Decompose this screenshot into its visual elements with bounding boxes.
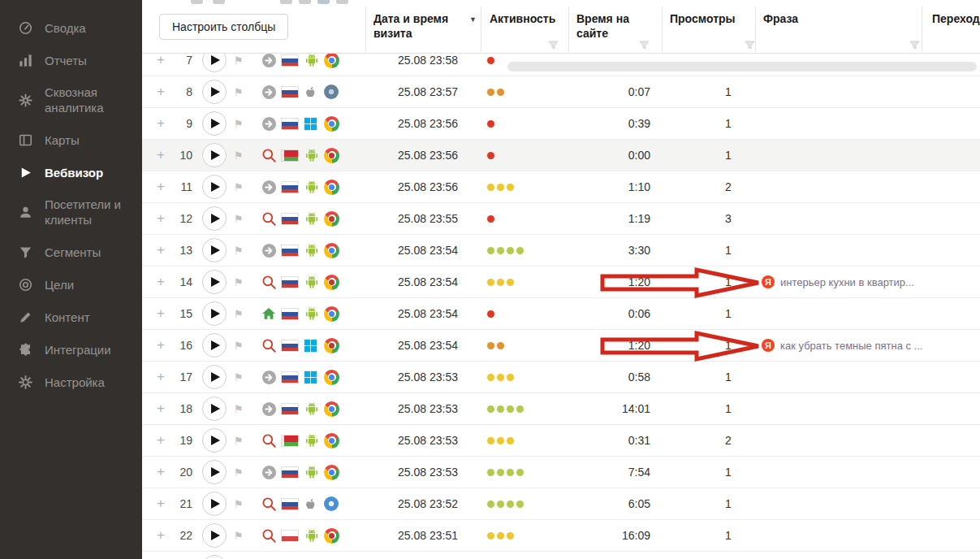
play-visit-button[interactable]: [202, 80, 227, 104]
sidebar-item-settings[interactable]: Настройка: [0, 366, 142, 398]
sidebar-item-integrations[interactable]: Интеграции: [0, 333, 142, 366]
expand-row-button[interactable]: +: [157, 266, 165, 297]
expand-row-button[interactable]: +: [157, 298, 165, 329]
play-visit-button[interactable]: [202, 523, 227, 548]
flag-marker-icon[interactable]: ⚑: [234, 54, 244, 76]
expand-row-button[interactable]: +: [157, 108, 165, 139]
filter-funnel-icon[interactable]: [745, 41, 755, 50]
search-phrase-link[interactable]: интерьер кухни в квартир...: [780, 276, 914, 288]
table-row[interactable]: +17⚑25.08 23:530:581: [142, 362, 980, 393]
expand-row-button[interactable]: +: [157, 235, 165, 266]
expand-row-button[interactable]: +: [157, 425, 165, 456]
sidebar-item-goals[interactable]: Цели: [0, 268, 142, 301]
play-visit-button[interactable]: [202, 270, 227, 294]
play-visit-button[interactable]: [202, 238, 227, 262]
table-row[interactable]: +9⚑25.08 23:560:391: [142, 108, 980, 140]
column-header-activity[interactable]: Активность: [490, 11, 563, 26]
table-row[interactable]: [142, 552, 980, 559]
configure-columns-button[interactable]: Настроить столбцы: [159, 14, 288, 40]
expand-row-button[interactable]: +: [157, 171, 165, 202]
filter-funnel-icon[interactable]: [909, 41, 920, 50]
flag-marker-icon[interactable]: ⚑: [234, 425, 244, 456]
table-row[interactable]: +12⚑25.08 23:551:193: [142, 203, 980, 235]
play-visit-button[interactable]: [202, 111, 227, 136]
expand-row-button[interactable]: +: [157, 393, 165, 424]
table-row[interactable]: +22⚑25.08 23:5116:091: [142, 520, 980, 552]
sidebar-item-segments[interactable]: Сегменты: [0, 236, 142, 268]
table-row[interactable]: +14⚑25.08 23:541:201Яинтерьер кухни в кв…: [142, 266, 980, 298]
expand-row-button[interactable]: +: [157, 330, 165, 361]
flag-marker-icon[interactable]: ⚑: [234, 362, 244, 392]
expand-row-button[interactable]: +: [157, 457, 165, 488]
play-visit-button[interactable]: [202, 143, 227, 167]
flag-marker-icon[interactable]: ⚑: [234, 488, 244, 519]
sidebar-item-cross-analytics[interactable]: Сквозная аналитика: [0, 76, 142, 124]
flag-marker-icon[interactable]: ⚑: [234, 520, 244, 551]
flag-marker-icon[interactable]: ⚑: [234, 140, 244, 171]
filter-funnel-icon[interactable]: [548, 41, 559, 50]
play-visit-button[interactable]: [202, 206, 227, 231]
play-visit-button[interactable]: [202, 460, 227, 484]
expand-row-button[interactable]: +: [157, 76, 165, 107]
browser-cell: [324, 298, 339, 329]
column-header-date[interactable]: Дата и время визита: [373, 11, 464, 41]
table-row[interactable]: +21⚑25.08 23:526:051: [142, 488, 980, 520]
expand-row-button[interactable]: +: [157, 488, 165, 519]
table-row[interactable]: +8⚑25.08 23:570:071: [142, 76, 980, 108]
sidebar-item-reports[interactable]: Отчеты: [0, 44, 142, 76]
search-phrase-link[interactable]: как убрать темные пятна с ...: [780, 340, 922, 352]
row-number: 19: [171, 425, 192, 456]
flag-marker-icon[interactable]: ⚑: [234, 171, 244, 202]
visit-datetime: 25.08 23:58: [398, 54, 458, 76]
play-visit-button[interactable]: [202, 333, 227, 358]
play-visit-button[interactable]: [202, 396, 227, 421]
table-row[interactable]: +10⚑25.08 23:560:001: [142, 140, 980, 171]
play-visit-button[interactable]: [202, 54, 227, 72]
column-header-time-on-site[interactable]: Время на сайте: [576, 11, 641, 41]
column-header-views[interactable]: Просмотры: [670, 11, 743, 26]
horizontal-scrollbar[interactable]: [507, 62, 977, 72]
filter-funnel-icon[interactable]: [639, 41, 650, 50]
sidebar-item-summary[interactable]: Сводка: [0, 11, 142, 44]
expand-row-button[interactable]: +: [157, 203, 165, 234]
table-row[interactable]: +18⚑25.08 23:5314:011: [142, 393, 980, 425]
flag-marker-icon[interactable]: ⚑: [234, 266, 244, 297]
play-cell: [202, 362, 227, 392]
table-row[interactable]: +15⚑25.08 23:540:061: [142, 298, 980, 330]
table-row[interactable]: +20⚑25.08 23:537:541: [142, 457, 980, 488]
play-visit-button[interactable]: [202, 175, 227, 199]
sidebar-item-content[interactable]: Контент: [0, 301, 142, 333]
table-row[interactable]: +16⚑25.08 23:541:201Якак убрать темные п…: [142, 330, 980, 362]
flag-marker-icon[interactable]: ⚑: [234, 203, 244, 234]
flag-marker-icon[interactable]: ⚑: [234, 457, 244, 488]
table-row[interactable]: +13⚑25.08 23:543:301: [142, 235, 980, 266]
table-row[interactable]: +19⚑25.08 23:530:312: [142, 425, 980, 457]
play-visit-button[interactable]: [202, 428, 227, 453]
sidebar-item-maps[interactable]: Карты: [0, 124, 142, 156]
activity-dots: [487, 76, 504, 107]
windows-os-icon: [304, 117, 317, 131]
column-header-phrase[interactable]: Фраза: [763, 11, 861, 26]
expand-row-button[interactable]: +: [157, 520, 165, 551]
play-visit-button[interactable]: [202, 301, 227, 326]
sort-desc-icon[interactable]: ▼: [469, 15, 477, 24]
flag-marker-icon[interactable]: ⚑: [234, 76, 244, 107]
play-visit-button[interactable]: [202, 555, 227, 559]
flag-marker-icon[interactable]: ⚑: [234, 108, 244, 139]
play-visit-button[interactable]: [202, 492, 227, 516]
expand-row-button[interactable]: +: [157, 140, 165, 171]
column-header-referrer[interactable]: Переход с: [932, 11, 980, 26]
flag-marker-icon[interactable]: ⚑: [234, 235, 244, 266]
expand-row-button[interactable]: +: [157, 362, 165, 392]
expand-row-button[interactable]: +: [157, 54, 165, 76]
sidebar-item-visitors[interactable]: Посетители и клиенты: [0, 188, 142, 236]
play-visit-button[interactable]: [202, 365, 227, 389]
views-count: 1: [725, 235, 732, 266]
browser-cell: [324, 108, 339, 139]
flag-marker-icon[interactable]: ⚑: [234, 330, 244, 361]
flag-marker-icon[interactable]: ⚑: [234, 298, 244, 329]
sidebar-item-webvisor[interactable]: Вебвизор: [0, 156, 142, 188]
flag-marker-icon[interactable]: ⚑: [234, 393, 244, 424]
table-row[interactable]: +11⚑25.08 23:561:102: [142, 171, 980, 203]
settings-icon: [17, 374, 33, 390]
